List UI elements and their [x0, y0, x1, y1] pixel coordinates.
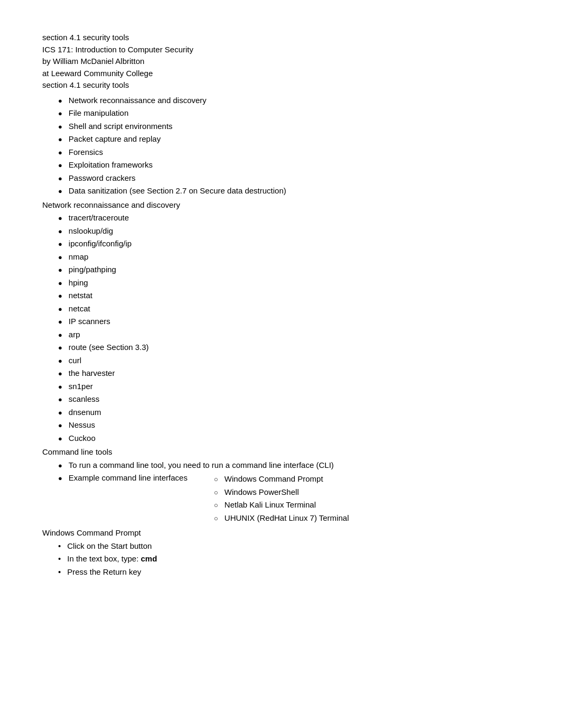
- header-line-5: section 4.1 security tools: [42, 79, 519, 91]
- list-item: the harvester: [42, 367, 519, 380]
- example-label: Example command line interfaces: [69, 472, 188, 484]
- cmd-step-2: In the text box, type: cmd: [67, 553, 157, 565]
- list-item: nmap: [42, 251, 519, 263]
- list-item: Cuckoo: [42, 432, 519, 445]
- command-line-title: Command line tools: [42, 446, 519, 458]
- list-item: UHUNIX (RedHat Linux 7) Terminal: [188, 512, 349, 524]
- list-item: netstat: [42, 290, 519, 302]
- list-item: File manipulation: [42, 107, 519, 119]
- list-item: Forensics: [42, 146, 519, 159]
- header-line-4: at Leeward Community College: [42, 68, 519, 80]
- list-item: Packet capture and replay: [42, 133, 519, 145]
- header-block: section 4.1 security tools ICS 171: Intr…: [42, 32, 519, 91]
- list-item: ping/pathping: [42, 264, 519, 276]
- list-item: Nessus: [42, 419, 519, 431]
- command-line-list: To run a command line tool, you need to …: [42, 459, 519, 526]
- list-item: To run a command line tool, you need to …: [42, 459, 519, 472]
- list-item: dnsenum: [42, 407, 519, 419]
- list-item: Windows Command Prompt: [188, 473, 349, 485]
- list-item: netcat: [42, 303, 519, 315]
- list-item: Windows PowerShell: [188, 486, 349, 499]
- network-recon-list: tracert/traceroute nslookup/dig ipconfig…: [42, 212, 519, 444]
- list-item: nslookup/dig: [42, 225, 519, 237]
- list-item: In the text box, type: cmd: [42, 553, 519, 565]
- cmd-bold: cmd: [141, 554, 157, 563]
- list-item: IP scanners: [42, 316, 519, 328]
- list-item: route (see Section 3.3): [42, 342, 519, 354]
- windows-cmd-title: Windows Command Prompt: [42, 527, 519, 539]
- windows-cmd-list: Click on the Start button In the text bo…: [42, 540, 519, 578]
- list-item: ipconfig/ifconfig/ip: [42, 238, 519, 250]
- network-recon-title: Network reconnaissance and discovery: [42, 199, 519, 211]
- list-item: tracert/traceroute: [42, 212, 519, 224]
- list-item: Data sanitization (see Section 2.7 on Se…: [42, 185, 519, 197]
- list-item: Network reconnaissance and discovery: [42, 95, 519, 107]
- cmd-step-1: Click on the Start button: [67, 540, 152, 552]
- list-item: Shell and script environments: [42, 121, 519, 133]
- list-item: Netlab Kali Linux Terminal: [188, 499, 349, 511]
- list-item: arp: [42, 329, 519, 341]
- list-item: Exploitation frameworks: [42, 159, 519, 171]
- header-line-1: section 4.1 security tools: [42, 32, 519, 44]
- list-item: Press the Return key: [42, 566, 519, 578]
- example-sub-list: Windows Command Prompt Windows PowerShel…: [188, 473, 349, 525]
- list-item: sn1per: [42, 381, 519, 393]
- list-item: Password crackers: [42, 172, 519, 185]
- section41-list: Network reconnaissance and discovery Fil…: [42, 95, 519, 197]
- header-line-2: ICS 171: Introduction to Computer Securi…: [42, 44, 519, 56]
- list-item: hping: [42, 277, 519, 289]
- list-item: Example command line interfaces Windows …: [42, 472, 519, 525]
- cmd-step-3: Press the Return key: [67, 566, 141, 578]
- list-item: Click on the Start button: [42, 540, 519, 552]
- list-item: curl: [42, 355, 519, 367]
- header-line-3: by William McDaniel Albritton: [42, 56, 519, 68]
- list-item: scanless: [42, 393, 519, 406]
